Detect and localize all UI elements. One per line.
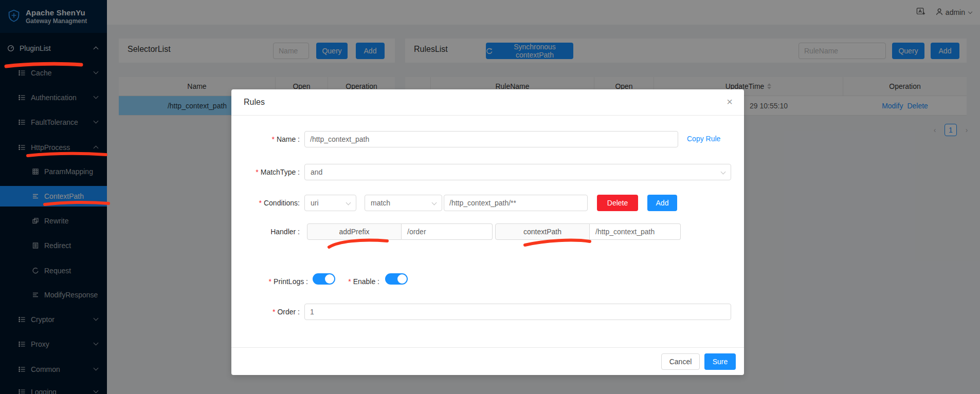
cancel-button[interactable]: Cancel xyxy=(661,353,700,370)
app-window: Apache ShenYu Gateway Managment PluginLi… xyxy=(0,0,980,394)
toggle-knob xyxy=(325,274,334,284)
enable-toggle[interactable] xyxy=(385,273,408,285)
enable-field-label: * Enable : xyxy=(334,273,379,290)
handler-value-addprefix[interactable]: /order xyxy=(402,223,493,240)
printlogs-toggle[interactable] xyxy=(313,273,335,285)
order-input[interactable] xyxy=(304,304,731,320)
rules-modal: Rules × * Name : Copy Rule * MatchType :… xyxy=(231,89,744,375)
name-field-label: * Name : xyxy=(231,131,300,147)
matchtype-field-label: * MatchType : xyxy=(231,164,300,180)
condition-param-select[interactable]: uri xyxy=(304,195,356,211)
modal-title: Rules xyxy=(244,98,265,107)
condition-delete-button[interactable]: Delete xyxy=(597,195,638,211)
handler-key-contextpath: contextPath xyxy=(495,223,590,240)
handler-value-contextpath[interactable]: /http_context_path xyxy=(590,223,681,240)
order-field-label: * Order : xyxy=(231,304,300,320)
toggle-knob xyxy=(397,274,407,284)
chevron-down-icon xyxy=(346,200,351,205)
sure-button[interactable]: Sure xyxy=(704,353,736,370)
close-icon[interactable]: × xyxy=(727,96,733,108)
chevron-down-icon xyxy=(721,170,726,175)
printlogs-field-label: * PrintLogs : xyxy=(231,273,308,290)
modal-footer: Cancel Sure xyxy=(231,347,744,375)
matchtype-select[interactable]: and xyxy=(304,164,731,180)
modal-header: Rules × xyxy=(231,89,744,116)
condition-value-input[interactable] xyxy=(444,195,588,211)
rule-name-input[interactable] xyxy=(304,131,678,147)
handler-field-label: Handler : xyxy=(231,223,300,240)
condition-add-button[interactable]: Add xyxy=(647,195,677,211)
condition-operator-select[interactable]: match xyxy=(365,195,442,211)
chevron-down-icon xyxy=(432,200,437,205)
conditions-field-label: * Conditions: xyxy=(231,195,300,211)
copy-rule-button[interactable]: Copy Rule xyxy=(687,135,720,143)
handler-key-addprefix: addPrefix xyxy=(307,223,402,240)
